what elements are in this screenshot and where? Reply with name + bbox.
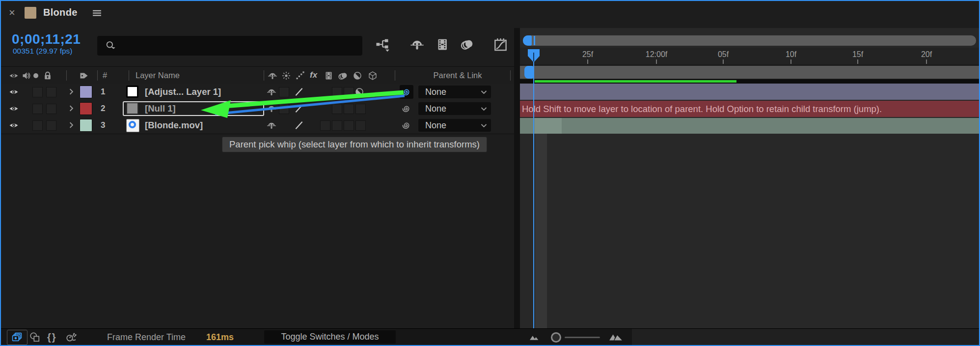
layer3-eye-icon[interactable] bbox=[9, 120, 19, 130]
layer1-shy-switch-icon[interactable] bbox=[267, 87, 276, 97]
layer2-switch-slot[interactable] bbox=[355, 104, 366, 114]
layer1-collapse-switch[interactable] bbox=[279, 87, 289, 97]
layer3-switch-slot[interactable] bbox=[355, 120, 366, 131]
layer2-lock-switch[interactable] bbox=[46, 104, 56, 114]
search-icon[interactable] bbox=[105, 40, 116, 51]
comp-mini-flowchart-icon[interactable] bbox=[376, 37, 390, 52]
layer3-switch-slot[interactable] bbox=[320, 120, 330, 131]
column-header-row: # Layer Name fx Parent & Link bbox=[1, 66, 514, 85]
layer3-twirl-chevron-icon[interactable] bbox=[67, 120, 76, 130]
work-area-bar[interactable] bbox=[520, 66, 979, 79]
layer3-quality-icon[interactable] bbox=[294, 120, 304, 131]
layer3-lock-switch[interactable] bbox=[46, 120, 56, 131]
close-tab-button[interactable]: × bbox=[9, 8, 15, 18]
lock-column-icon bbox=[43, 71, 53, 81]
layer1-parent-pick-whip-icon[interactable] bbox=[402, 87, 411, 97]
comp-color-swatch bbox=[25, 7, 36, 19]
layer3-switch-slot[interactable] bbox=[332, 120, 342, 131]
search-input[interactable] bbox=[97, 36, 362, 56]
layer3-parent-dropdown[interactable]: None bbox=[418, 119, 491, 132]
time-ruler[interactable]: 25f 12:00f 05f 10f 15f 20f bbox=[520, 48, 979, 65]
layer1-pickwhip-box[interactable] bbox=[400, 85, 413, 99]
layer1-twirl-chevron-icon[interactable] bbox=[67, 87, 76, 96]
layer2-solo-switch[interactable] bbox=[32, 104, 43, 114]
layer2-switch-slot[interactable] bbox=[332, 104, 342, 114]
column-divider bbox=[395, 70, 395, 81]
motion-blur-icon[interactable] bbox=[460, 37, 474, 52]
layer3-shy-switch-icon[interactable] bbox=[267, 120, 276, 130]
current-timecode[interactable]: 0;00;11;21 bbox=[12, 31, 81, 47]
column-divider bbox=[97, 70, 98, 81]
layer3-parent-pick-whip-icon[interactable] bbox=[402, 120, 411, 130]
layer2-parent-dropdown[interactable]: None bbox=[418, 102, 491, 115]
layer1-lock-switch[interactable] bbox=[46, 87, 56, 97]
layer3-solo-switch[interactable] bbox=[32, 120, 43, 131]
layer2-collapse-switch[interactable] bbox=[279, 104, 289, 114]
layer2-parent-pick-whip-icon[interactable] bbox=[402, 104, 411, 114]
effects-fx-header-icon: fx bbox=[310, 70, 317, 80]
column-divider bbox=[66, 70, 67, 81]
layer1-adjustment-layer-icon[interactable] bbox=[354, 87, 364, 97]
parent-link-column-header: Parent & Link bbox=[421, 67, 494, 84]
label-column-tag-icon bbox=[79, 71, 89, 81]
playhead-line[interactable] bbox=[533, 49, 534, 328]
layer3-duration-bar[interactable] bbox=[520, 118, 979, 134]
zoom-out-mountain-icon[interactable] bbox=[529, 334, 540, 341]
3d-layer-header-icon bbox=[368, 71, 378, 81]
layer2-parent-value: None bbox=[418, 102, 446, 115]
timeline-panel: × Blonde 0;00;11;21 00351 (29.97 fps) # … bbox=[0, 0, 980, 346]
playhead-marker-notch bbox=[533, 53, 534, 61]
playhead-column-band bbox=[535, 134, 547, 328]
ruler-tick bbox=[723, 59, 724, 64]
render-time-pane-snail-icon[interactable] bbox=[65, 331, 77, 343]
layer-row-2[interactable]: 2 [Null 1] None bbox=[1, 100, 514, 117]
layer1-parent-dropdown[interactable]: None bbox=[418, 86, 491, 98]
layer3-switch-slot[interactable] bbox=[344, 120, 354, 131]
toggle-switches-modes-button[interactable]: Toggle Switches / Modes bbox=[264, 330, 396, 344]
panel-menu-icon[interactable] bbox=[92, 8, 102, 18]
layer2-eye-icon[interactable] bbox=[9, 104, 19, 114]
column-divider bbox=[129, 70, 129, 81]
panel-divider[interactable] bbox=[514, 28, 520, 328]
ruler-tick bbox=[857, 59, 858, 64]
timeline-zoom-slider-knob[interactable] bbox=[551, 332, 561, 343]
hide-shy-layers-icon[interactable] bbox=[410, 37, 424, 52]
zoom-in-mountain-icon[interactable] bbox=[609, 333, 623, 341]
layer1-solo-switch[interactable] bbox=[32, 87, 43, 97]
layer2-twirl-chevron-icon[interactable] bbox=[67, 104, 76, 113]
layer1-duration-bar[interactable] bbox=[520, 84, 979, 100]
graph-editor-icon[interactable] bbox=[493, 37, 508, 52]
ruler-label: 25f bbox=[582, 50, 593, 59]
frame-blending-icon[interactable] bbox=[435, 37, 449, 52]
layer3-label-swatch[interactable] bbox=[80, 119, 92, 132]
work-area-start-handle[interactable] bbox=[524, 66, 533, 79]
layer1-number: 1 bbox=[101, 84, 105, 100]
layer1-switch-slot[interactable] bbox=[332, 87, 342, 97]
layer1-quality-icon[interactable] bbox=[294, 86, 304, 97]
layer-switches-pane-toggle[interactable] bbox=[7, 330, 27, 345]
ruler-label: 05f bbox=[718, 50, 729, 59]
layer2-shy-switch-icon[interactable] bbox=[267, 104, 276, 114]
transfer-controls-pane-icon[interactable] bbox=[29, 332, 40, 343]
layer1-label-swatch[interactable] bbox=[80, 86, 92, 98]
layer-row-3[interactable]: 3 [Blonde.mov] None bbox=[1, 117, 514, 134]
ruler-tick bbox=[656, 59, 657, 64]
layer1-thumbnail bbox=[126, 86, 138, 98]
in-out-stretch-pane-icon[interactable]: {} bbox=[47, 332, 57, 343]
layer3-name[interactable]: [Blonde.mov] bbox=[145, 117, 203, 134]
layer-switches-icon[interactable] bbox=[12, 332, 22, 343]
layer2-quality-icon[interactable] bbox=[294, 103, 304, 114]
navigator-start-handle[interactable] bbox=[523, 35, 532, 46]
layer1-eye-icon[interactable] bbox=[9, 87, 19, 97]
timeline-navigator-bar[interactable] bbox=[523, 35, 976, 46]
layer1-switch-slot[interactable] bbox=[344, 87, 354, 97]
layer2-switch-slot[interactable] bbox=[344, 104, 354, 114]
comp-tab-title[interactable]: Blonde bbox=[43, 7, 78, 18]
timeline-zoom-slider-track[interactable] bbox=[565, 337, 600, 338]
layer1-name[interactable]: [Adjust... Layer 1] bbox=[145, 84, 221, 100]
layer-row-1[interactable]: 1 [Adjust... Layer 1] None bbox=[1, 84, 514, 101]
solo-column-icon bbox=[33, 73, 38, 78]
layer2-duration-bar[interactable]: Hold Shift to move layer to location of … bbox=[520, 101, 979, 117]
frame-info: 00351 (29.97 fps) bbox=[13, 47, 73, 56]
layer2-label-swatch[interactable] bbox=[80, 102, 92, 115]
